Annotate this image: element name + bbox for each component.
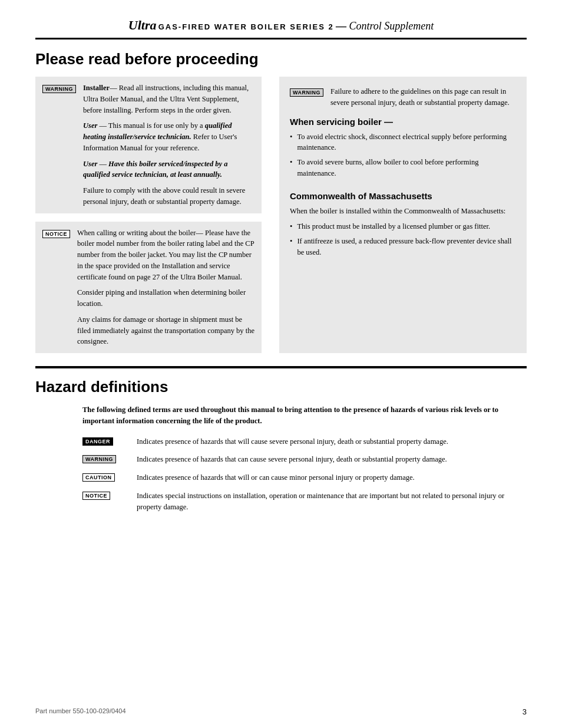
notice-badge-hazard: NOTICE: [82, 492, 110, 500]
user1-para: User — This manual is for use only by a …: [83, 120, 254, 153]
user2-label: User: [83, 160, 97, 168]
header: Ultra GAS-FIRED WATER BOILER SERIES 2 — …: [35, 12, 527, 39]
installer-label: Installer: [83, 84, 110, 92]
hazard-notice-badge-col: NOTICE: [82, 490, 130, 500]
hazard-caution-row: CAUTION Indicates presence of hazards th…: [35, 472, 527, 483]
right-warning-block: WARNING Failure to adhere to the guideli…: [290, 86, 516, 108]
hazard-warning-row: WARNING Indicates presence of hazards th…: [35, 454, 527, 465]
notice-text-block: When calling or writing about the boiler…: [77, 228, 254, 348]
footer-part-number: Part number 550-100-029/0404: [35, 707, 126, 716]
servicing-bullet-2: To avoid severe burns, allow boiler to c…: [290, 157, 516, 179]
installer-para: Installer— Read all instructions, includ…: [83, 83, 254, 116]
left-column: WARNING Installer— Read all instructions…: [35, 77, 267, 353]
right-warning-badge-col: WARNING: [290, 87, 323, 97]
commonwealth-bullet-1: This product must be installed by a lice…: [290, 221, 516, 232]
commonwealth-bullet-2: If antifreeze is used, a reduced pressur…: [290, 236, 516, 258]
warning-badge-col: WARNING: [42, 84, 76, 93]
user1-body: — This manual is for use only by a quali…: [83, 121, 237, 152]
notice-badge: NOTICE: [42, 230, 70, 238]
hazard-intro-text: The following defined terms are used thr…: [35, 404, 527, 427]
notice-block: NOTICE When calling or writing about the…: [35, 222, 262, 354]
commonwealth-bullets: This product must be installed by a lice…: [290, 221, 516, 258]
header-dash: —: [336, 20, 349, 32]
installer-text-block: Installer— Read all instructions, includ…: [83, 83, 254, 207]
notice-para2: Consider piping and installation when de…: [77, 287, 254, 309]
footer: Part number 550-100-029/0404 3: [35, 707, 527, 716]
servicing-title: When servicing boiler —: [290, 117, 516, 127]
notice-para3: Any claims for damage or shortage in shi…: [77, 314, 254, 347]
section-divider: [35, 366, 527, 368]
please-read-title: Please read before proceeding: [35, 50, 527, 68]
hazard-warning-badge-col: WARNING: [82, 454, 130, 463]
notice-para1: When calling or writing about the boiler…: [77, 228, 254, 283]
commonwealth-title: Commonwealth of Massachusetts: [290, 191, 516, 201]
warning-badge: WARNING: [42, 85, 76, 93]
ultra-logo: Ultra: [128, 18, 157, 32]
caution-badge: CAUTION: [82, 473, 115, 482]
user1-label: User: [83, 121, 97, 130]
hazard-danger-row: DANGER Indicates presence of hazards tha…: [35, 436, 527, 447]
header-subtitle: GAS-FIRED WATER BOILER SERIES 2: [158, 22, 334, 31]
please-read-section: Please read before proceeding WARNING In…: [35, 50, 527, 353]
danger-description: Indicates presence of hazards that will …: [137, 436, 527, 447]
header-control-supplement: Control Supplement: [349, 20, 434, 32]
footer-page-number: 3: [523, 707, 527, 716]
hazard-definitions-section: Hazard definitions The following defined…: [35, 378, 527, 512]
warning-description: Indicates presence of hazards that can c…: [137, 454, 527, 465]
two-column-layout: WARNING Installer— Read all instructions…: [35, 77, 527, 353]
failure-para: Failure to comply with the above could r…: [83, 185, 254, 207]
page: Ultra GAS-FIRED WATER BOILER SERIES 2 — …: [0, 0, 562, 728]
commonwealth-section: Commonwealth of Massachusetts When the b…: [290, 191, 516, 258]
hazard-notice-row: NOTICE Indicates special instructions on…: [35, 490, 527, 513]
notice-badge-col: NOTICE: [42, 229, 70, 238]
hazard-danger-badge-col: DANGER: [82, 436, 130, 446]
right-warning-badge: WARNING: [290, 88, 323, 97]
user2-para: User — Have this boiler serviced/inspect…: [83, 159, 254, 181]
danger-badge: DANGER: [82, 437, 113, 446]
commonwealth-intro: When the boiler is installed within the …: [290, 206, 516, 217]
hazard-caution-badge-col: CAUTION: [82, 472, 130, 482]
user2-body: — Have this boiler serviced/inspected by…: [83, 160, 227, 179]
notice-description: Indicates special instructions on instal…: [137, 490, 527, 513]
right-warning-text: Failure to adhere to the guidelines on t…: [330, 86, 516, 108]
servicing-bullets: To avoid electric shock, disconnect elec…: [290, 131, 516, 179]
hazard-definitions-title: Hazard definitions: [35, 378, 527, 396]
caution-description: Indicates presence of hazards that will …: [137, 472, 527, 483]
servicing-bullet-1: To avoid electric shock, disconnect elec…: [290, 131, 516, 154]
warning-installer-block: WARNING Installer— Read all instructions…: [35, 77, 262, 213]
warning-badge-hazard: WARNING: [82, 455, 116, 463]
right-column: WARNING Failure to adhere to the guideli…: [279, 77, 527, 353]
